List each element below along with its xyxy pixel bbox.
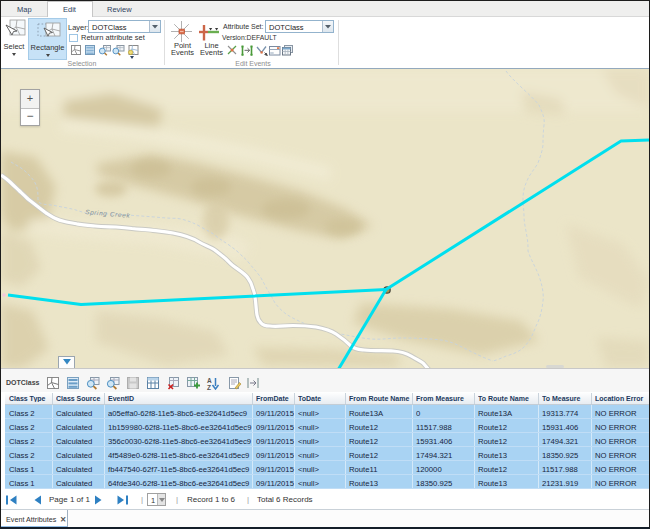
svg-text:Z: Z [207,384,211,391]
